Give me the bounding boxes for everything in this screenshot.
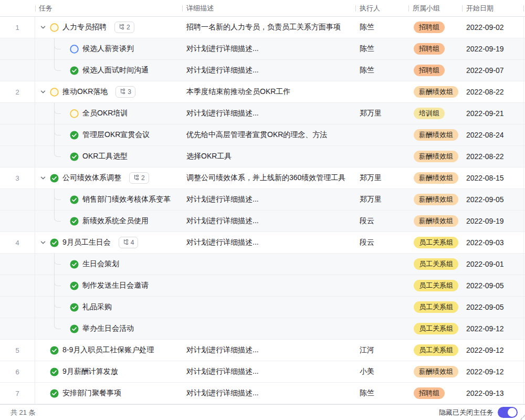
status-done-check-icon[interactable] (50, 174, 59, 183)
status-done-check-icon[interactable] (70, 281, 79, 290)
chevron-down-icon[interactable] (40, 175, 46, 181)
group-badge: 招聘组 (414, 43, 445, 55)
task-row[interactable]: 全员OKR培训对计划进行详细描述...郑万里培训组2022-09-21 (0, 103, 525, 124)
task-cell: 礼品采购 (35, 297, 182, 318)
task-row[interactable]: 49月员工生日会4对计划进行详细描述...段云员工关系组2022-09-03 (0, 232, 525, 254)
status-inprogress-circle-icon[interactable] (70, 45, 79, 54)
task-row[interactable]: OKR工具选型选择OKR工具薪酬绩效组2022-08-22 (0, 146, 525, 167)
assignee-name (355, 254, 408, 275)
status-done-check-icon[interactable] (50, 238, 59, 247)
task-row[interactable]: 举办生日会活动员工关系组2022-09-12 (0, 318, 525, 340)
task-row[interactable]: 生日会策划员工关系组2022-09-01 (0, 254, 525, 275)
row-number (0, 60, 35, 81)
resize-handle-icon[interactable] (520, 415, 525, 420)
status-done-check-icon[interactable] (70, 66, 79, 75)
task-cell: 候选人面试时间沟通 (35, 60, 182, 81)
task-row[interactable]: 候选人面试时间沟通对计划进行详细描述...陈竺招聘组2022-09-07 (0, 60, 525, 81)
subtask-count-badge[interactable]: 2 (114, 22, 134, 33)
task-title[interactable]: 生日会策划 (82, 259, 119, 269)
task-title[interactable]: 举办生日会活动 (82, 324, 134, 333)
task-cell: 销售部门绩效考核体系变革 (35, 189, 182, 210)
group-badge: 招聘组 (414, 22, 445, 33)
status-done-check-icon[interactable] (70, 217, 79, 226)
subtask-count-badge[interactable]: 2 (129, 172, 149, 184)
group-badge: 薪酬绩效组 (414, 86, 458, 98)
task-title[interactable]: 9月薪酬计算发放 (62, 367, 118, 376)
row-number (0, 124, 35, 145)
assignee-name: 段云 (355, 211, 408, 232)
task-title[interactable]: 全员OKR培训 (82, 109, 128, 118)
task-row[interactable]: 1人力专员招聘2招聘一名新的人力专员，负责员工关系方面事项陈竺招聘组2022-0… (0, 17, 525, 38)
task-title[interactable]: 人力专员招聘 (62, 23, 107, 32)
task-title[interactable]: 推动OKR落地 (62, 87, 108, 97)
group-badge: 薪酬绩效组 (414, 151, 458, 162)
row-number (0, 254, 35, 275)
start-date: 2022-08-15 (462, 167, 523, 188)
status-done-check-icon[interactable] (70, 260, 79, 269)
status-pending-circle-icon[interactable] (70, 109, 79, 118)
task-row[interactable]: 69月薪酬计算发放对计划进行详细描述...小美薪酬绩效组2022-09-12 (0, 361, 525, 383)
task-title[interactable]: 9月员工生日会 (62, 238, 111, 247)
group-cell: 招聘组 (408, 38, 462, 59)
chevron-down-icon[interactable] (40, 24, 46, 30)
row-number (0, 103, 35, 124)
task-row[interactable]: 候选人薪资谈判对计划进行详细描述...陈竺招聘组2022-09-19 (0, 38, 525, 60)
task-title[interactable]: 销售部门绩效考核体系变革 (82, 195, 171, 204)
group-cell: 薪酬绩效组 (408, 81, 462, 102)
row-number (0, 275, 35, 296)
task-cell: 推动OKR落地3 (35, 81, 182, 102)
status-done-check-icon[interactable] (70, 131, 79, 140)
status-done-check-icon[interactable] (70, 303, 79, 312)
task-row[interactable]: 礼品采购员工关系组2022-09-05 (0, 297, 525, 318)
task-title[interactable]: 候选人薪资谈判 (82, 44, 134, 54)
group-badge: 招聘组 (414, 387, 445, 399)
status-done-check-icon[interactable] (70, 324, 79, 333)
task-description: 选择OKR工具 (182, 146, 355, 167)
status-pending-circle-icon[interactable] (50, 88, 59, 97)
row-number (0, 189, 35, 210)
task-title[interactable]: 8-9月入职员工社保账户处理 (62, 345, 154, 355)
status-done-check-icon[interactable] (70, 195, 79, 204)
task-title[interactable]: 安排部门聚餐事项 (62, 388, 121, 398)
subtask-count-badge[interactable]: 4 (119, 237, 139, 248)
subtask-count-badge[interactable]: 3 (116, 86, 135, 98)
status-done-check-icon[interactable] (50, 368, 59, 376)
task-title[interactable]: 新绩效系统全员使用 (82, 216, 149, 226)
hide-closed-tasks-label: 隐藏已关闭主任务 (439, 408, 494, 417)
group-badge: 招聘组 (414, 65, 445, 76)
task-row[interactable]: 新绩效系统全员使用对计划进行详细描述...段云薪酬绩效组2022-09-19 (0, 211, 525, 232)
task-cell: 8-9月入职员工社保账户处理 (35, 340, 182, 361)
group-badge: 员工关系组 (414, 323, 458, 334)
assignee-name: 陈竺 (355, 383, 408, 404)
status-pending-circle-icon[interactable] (50, 23, 59, 32)
task-row[interactable]: 58-9月入职员工社保账户处理对计划进行详细描述...江河员工关系组2022-0… (0, 340, 525, 361)
chevron-down-icon[interactable] (40, 89, 46, 95)
table-header: 任务详细描述执行人所属小组开始日期 (0, 0, 525, 17)
task-row[interactable]: 管理层OKR宣贯会议优先给中高层管理者宣贯OKR的理念、方法薪酬绩效组2022-… (0, 124, 525, 146)
task-row[interactable]: 销售部门绩效考核体系变革对计划进行详细描述...郑万里薪酬绩效组2022-09-… (0, 189, 525, 211)
start-date: 2022-08-22 (462, 146, 523, 167)
assignee-name: 陈竺 (355, 17, 408, 38)
group-badge: 员工关系组 (414, 237, 458, 248)
task-title[interactable]: 管理层OKR宣贯会议 (82, 130, 150, 140)
task-row[interactable]: 制作发送生日会邀请员工关系组2022-09-05 (0, 275, 525, 297)
task-title[interactable]: 候选人面试时间沟通 (82, 66, 149, 75)
hide-closed-tasks-toggle[interactable] (498, 407, 518, 418)
start-date: 2022-09-02 (462, 17, 523, 38)
subtask-tree-icon (120, 88, 125, 96)
task-title[interactable]: OKR工具选型 (82, 152, 128, 161)
task-row[interactable]: 7安排部门聚餐事项对计划进行详细描述...陈竺招聘组2022-09-13 (0, 383, 525, 404)
row-number (0, 318, 35, 339)
start-date: 2022-09-21 (462, 103, 523, 124)
task-title[interactable]: 公司绩效体系调整 (62, 173, 121, 183)
task-cell: 安排部门聚餐事项 (35, 383, 182, 404)
status-done-check-icon[interactable] (50, 346, 59, 355)
task-title[interactable]: 礼品采购 (82, 302, 112, 312)
status-done-check-icon[interactable] (70, 152, 79, 161)
task-row[interactable]: 2推动OKR落地3本季度结束前推动全员OKR工作薪酬绩效组2022-08-22 (0, 81, 525, 103)
task-row[interactable]: 3公司绩效体系调整2调整公司绩效体系，并上线新的360绩效管理工具郑万里薪酬绩效… (0, 167, 525, 189)
status-done-check-icon[interactable] (50, 389, 59, 398)
chevron-down-icon[interactable] (40, 239, 46, 246)
task-title[interactable]: 制作发送生日会邀请 (82, 281, 149, 290)
group-cell: 招聘组 (408, 17, 462, 38)
